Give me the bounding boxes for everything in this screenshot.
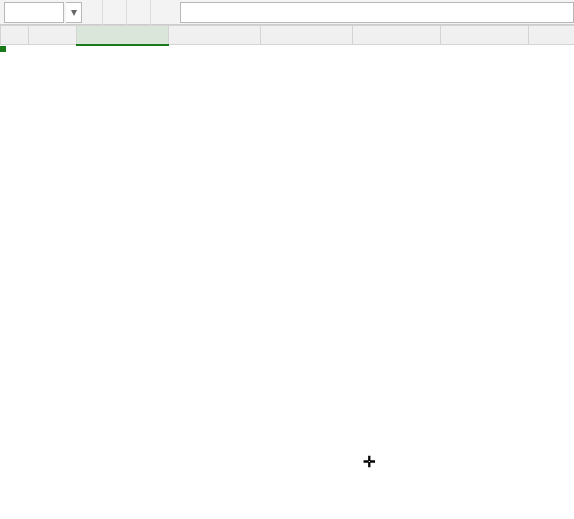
spreadsheet-grid[interactable]: ✛ [0,25,574,519]
formula-input[interactable] [180,2,574,23]
formula-bar: ▾ [0,0,574,25]
cancel-button[interactable] [102,0,126,25]
name-box-dropdown[interactable]: ▾ [66,2,82,23]
col-header-G[interactable] [529,26,575,45]
col-header-F[interactable] [441,26,529,45]
col-header-E[interactable] [353,26,441,45]
col-header-A[interactable] [29,26,77,45]
fill-handle[interactable] [0,46,6,52]
confirm-button[interactable] [126,0,150,25]
col-header-C[interactable] [169,26,261,45]
name-box[interactable] [4,2,64,23]
cells-table [0,25,574,46]
insert-function-button[interactable] [150,0,174,25]
col-header-D[interactable] [261,26,353,45]
active-cell-outline [0,46,4,50]
chevron-down-icon: ▾ [71,5,77,19]
col-header-B[interactable] [77,26,169,45]
select-all-corner[interactable] [1,26,29,45]
column-headers-row [1,26,575,45]
cursor-cross-icon: ✛ [363,453,376,471]
